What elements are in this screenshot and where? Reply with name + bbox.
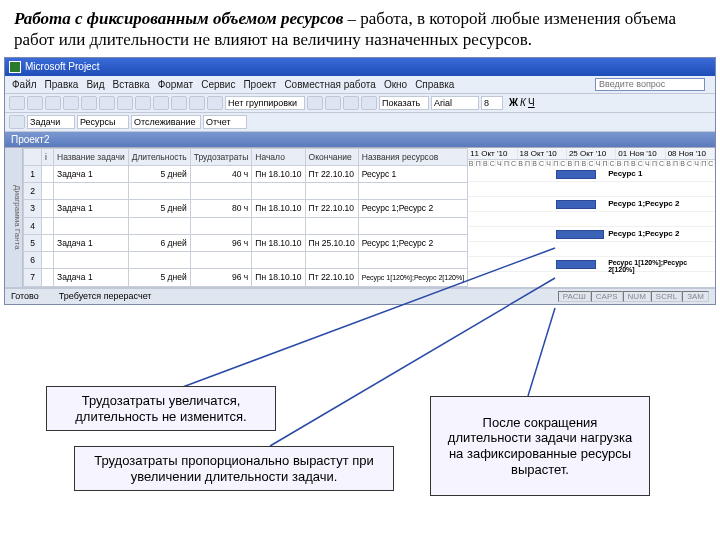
menu-collab[interactable]: Совместная работа (281, 78, 379, 91)
tasks-button[interactable]: Задачи (27, 115, 75, 129)
menu-help[interactable]: Справка (412, 78, 457, 91)
project-title: Проект2 (11, 134, 50, 145)
table-row: 7Задача 15 дней96 чПн 18.10.10Пт 22.10.1… (24, 269, 468, 286)
zoom-in-icon[interactable] (307, 96, 323, 110)
copy-icon[interactable] (117, 96, 133, 110)
report-button[interactable]: Отчет (203, 115, 247, 129)
status-ovr: ЗАМ (682, 291, 709, 302)
preview-icon[interactable] (81, 96, 97, 110)
table-row: 6 (24, 252, 468, 269)
status-scrl: SCRL (651, 291, 682, 302)
table-row: 4 (24, 217, 468, 234)
zoom-out-icon[interactable] (325, 96, 341, 110)
gantt-timeline-header: 11 Окт '10 18 Окт '10 25 Окт '10 01 Ноя … (468, 148, 715, 160)
show-select[interactable]: Показать (379, 96, 429, 110)
save-icon[interactable] (45, 96, 61, 110)
unlink-icon[interactable] (207, 96, 223, 110)
standard-toolbar: Нет группировки Показать Arial 8 Ж К Ч (5, 94, 715, 113)
menu-format[interactable]: Формат (155, 78, 197, 91)
cut-icon[interactable] (99, 96, 115, 110)
grouping-select[interactable]: Нет группировки (225, 96, 305, 110)
status-recalc: Требуется перерасчет (59, 291, 152, 302)
table-row: 3Задача 15 дней80 чПн 18.10.10Пт 22.10.1… (24, 200, 468, 217)
col-info[interactable]: i (42, 148, 54, 165)
menu-tools[interactable]: Сервис (198, 78, 238, 91)
msproject-window: Microsoft Project Файл Правка Вид Вставк… (4, 57, 716, 305)
titlebar: Microsoft Project (5, 58, 715, 76)
task-table[interactable]: i Название задачи Длительность Трудозатр… (23, 148, 468, 287)
gantt-rows: Ресурс 1 Ресурс 1;Ресурс 2 Ресурс 1;Ресу… (468, 167, 715, 272)
status-bar: Готово Требуется перерасчет РАСШ CAPS NU… (5, 288, 715, 304)
status-ext: РАСШ (558, 291, 591, 302)
status-num: NUM (623, 291, 651, 302)
table-row: 5Задача 16 дней96 чПн 18.10.10Пн 25.10.1… (24, 234, 468, 251)
outdent-icon[interactable] (343, 96, 359, 110)
underline-button[interactable]: Ч (528, 97, 535, 108)
header-row: i Название задачи Длительность Трудозатр… (24, 148, 468, 165)
paste-icon[interactable] (135, 96, 151, 110)
fontsize-select[interactable]: 8 (481, 96, 503, 110)
callout-3: После сокращения длительности задачи наг… (430, 396, 650, 496)
gantt-bar[interactable] (556, 170, 596, 179)
bold-button[interactable]: Ж (509, 97, 518, 108)
msproject-icon (9, 61, 21, 73)
open-icon[interactable] (27, 96, 43, 110)
gantt-bar-label: Ресурс 1;Ресурс 2 (608, 229, 679, 238)
gantt-bar-label: Ресурс 1[120%];Ресурс 2[120%] (608, 259, 715, 273)
col-resources[interactable]: Названия ресурсов (358, 148, 467, 165)
gantt-bar[interactable] (556, 200, 596, 209)
gantt-bar-label: Ресурс 1 (608, 169, 642, 178)
col-name[interactable]: Название задачи (54, 148, 129, 165)
menu-edit[interactable]: Правка (42, 78, 82, 91)
app-title: Microsoft Project (25, 61, 99, 72)
gantt-bar[interactable] (556, 260, 596, 269)
gantt-days-row: ВПВСЧПС ВПВСЧПС ВПВСЧПС ВПВСЧПС ВПВСЧПС (468, 160, 715, 167)
new-icon[interactable] (9, 96, 25, 110)
menu-file[interactable]: Файл (9, 78, 40, 91)
font-select[interactable]: Arial (431, 96, 479, 110)
italic-button[interactable]: К (520, 97, 526, 108)
col-duration[interactable]: Длительность (128, 148, 190, 165)
redo-icon[interactable] (171, 96, 187, 110)
arrow-icon[interactable] (9, 115, 25, 129)
view-toolbar: Задачи Ресурсы Отслеживание Отчет (5, 113, 715, 132)
callout-2: Трудозатраты пропорционально вырастут пр… (74, 446, 394, 491)
grid-area: Диаграмма Ганта i Название задачи Длител… (5, 148, 715, 288)
resources-button[interactable]: Ресурсы (77, 115, 129, 129)
tracking-button[interactable]: Отслеживание (131, 115, 201, 129)
help-question-input[interactable] (595, 78, 705, 91)
project-title-bar: Проект2 (5, 132, 715, 148)
svg-line-2 (528, 308, 555, 396)
indent-icon[interactable] (361, 96, 377, 110)
print-icon[interactable] (63, 96, 79, 110)
table-row: 2 (24, 183, 468, 200)
menu-insert[interactable]: Вставка (109, 78, 152, 91)
table-row: 1Задача 15 дней40 чПн 18.10.10Пт 22.10.1… (24, 165, 468, 182)
explanation-text: Работа с фиксированным объемом ресурсов … (0, 0, 720, 57)
menu-window[interactable]: Окно (381, 78, 410, 91)
menubar: Файл Правка Вид Вставка Формат Сервис Пр… (5, 76, 715, 94)
status-ready: Готово (11, 291, 39, 302)
col-work[interactable]: Трудозатраты (190, 148, 252, 165)
callout-1: Трудозатраты увеличатся, длительность не… (46, 386, 276, 431)
col-start[interactable]: Начало (252, 148, 305, 165)
gantt-chart[interactable]: 11 Окт '10 18 Окт '10 25 Окт '10 01 Ноя … (468, 148, 715, 287)
gantt-bar-label: Ресурс 1;Ресурс 2 (608, 199, 679, 208)
status-caps: CAPS (591, 291, 623, 302)
link-icon[interactable] (189, 96, 205, 110)
sidebar-gantt-label: Диаграмма Ганта (5, 148, 23, 287)
menu-view[interactable]: Вид (83, 78, 107, 91)
gantt-bar[interactable] (556, 230, 604, 239)
col-finish[interactable]: Окончание (305, 148, 358, 165)
menu-project[interactable]: Проект (240, 78, 279, 91)
undo-icon[interactable] (153, 96, 169, 110)
